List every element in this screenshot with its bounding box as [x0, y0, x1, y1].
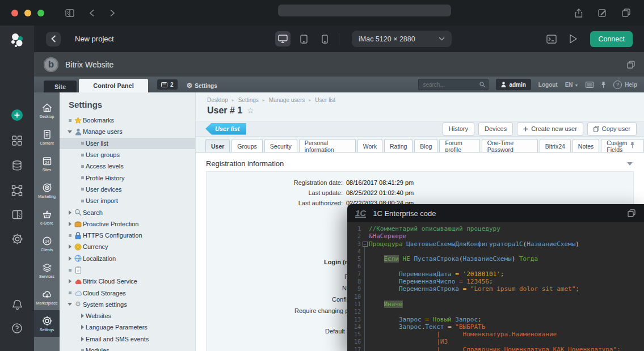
current-user-button[interactable]: admin [496, 79, 531, 90]
tab-work[interactable]: Work [357, 139, 382, 153]
breadcrumb-link[interactable]: User list [315, 97, 335, 103]
address-bar[interactable] [278, 5, 451, 16]
close-button[interactable] [11, 10, 18, 16]
tabs-icon[interactable] [622, 9, 630, 17]
tree-item-unnamed[interactable] [60, 264, 195, 276]
phone-device-button[interactable] [317, 31, 332, 46]
tab-blog[interactable]: Blog [414, 139, 437, 153]
tab-settings-gear-icon[interactable]: ⚙ [617, 141, 623, 149]
sidebar-item-clients[interactable]: 24Clients [34, 230, 60, 257]
tree-item-https-configuration[interactable]: HTTPS Configuration [60, 230, 195, 241]
tree-item-user-import[interactable]: User import [60, 195, 195, 206]
tree-item-language-parameters[interactable]: Language Parameters [60, 322, 195, 333]
tab-pin-icon[interactable] [630, 141, 635, 149]
notifications-badge[interactable]: 2 [157, 79, 178, 90]
create-new-user-button[interactable]: Create new user [517, 122, 583, 136]
tree-item-currency[interactable]: Currency [60, 241, 195, 252]
tree-item-bookmarks[interactable]: Bookmarks [60, 115, 195, 126]
project-back-button[interactable] [46, 32, 61, 46]
tree-item-system-settings[interactable]: ⚙System settings [60, 299, 195, 310]
fold-collapse-icon[interactable]: − [361, 240, 369, 248]
tab-control-panel[interactable]: Control Panel [79, 79, 148, 92]
connect-button[interactable]: Connect [590, 31, 633, 47]
selection-frame-icon[interactable] [11, 185, 23, 196]
admin-search[interactable] [418, 79, 489, 90]
code-editor[interactable]: 1//Комментарий описывающий процедуру2&На… [347, 222, 644, 351]
tree-item-search[interactable]: Search [60, 206, 195, 218]
expand-icon[interactable] [79, 337, 86, 341]
language-select[interactable]: EN ▼ [565, 82, 579, 88]
collapse-icon[interactable] [66, 303, 73, 306]
display-icon[interactable] [586, 82, 594, 88]
onec-titlebar[interactable]: 1С 1C Enterprise code [347, 204, 644, 222]
tree-item-profile-history[interactable]: Profile History [60, 172, 195, 183]
tab-forum-profile[interactable]: Forum profile [439, 139, 479, 153]
tree-item-user-devices[interactable]: User devices [60, 184, 195, 195]
back-icon[interactable] [89, 9, 95, 17]
sidebar-item-services[interactable]: Services [34, 257, 60, 284]
sidebar-item-settings[interactable]: Settings [34, 310, 60, 337]
sidebar-item-sites[interactable]: 24Sites [34, 150, 60, 177]
sidebar-toggle-icon[interactable] [65, 9, 74, 17]
tree-item-user-groups[interactable]: User groups [60, 149, 195, 160]
window-copy-icon[interactable] [627, 61, 635, 69]
expand-icon[interactable] [66, 244, 73, 249]
collapse-icon[interactable] [66, 130, 73, 133]
tablet-device-button[interactable] [296, 31, 312, 46]
sidebar-item-marketplace[interactable]: Marketplace [34, 284, 60, 310]
database-icon[interactable] [11, 160, 23, 171]
breadcrumb-link[interactable]: Desktop [207, 97, 228, 103]
tab-security[interactable]: Security [264, 139, 297, 153]
tree-item-user-list[interactable]: User list [60, 138, 195, 149]
tree-item-proactive-protection[interactable]: Proactive Protection [60, 218, 195, 230]
sidebar-item-desktop[interactable]: Desktop [34, 97, 60, 124]
breadcrumb-link[interactable]: Manage users [269, 97, 305, 103]
tree-item-manage-users[interactable]: Manage users [60, 126, 195, 137]
settings-quick-link[interactable]: ⚙ Settings [187, 82, 217, 90]
pin-icon[interactable] [601, 81, 606, 88]
help-icon[interactable] [11, 323, 23, 334]
logout-link[interactable]: Logout [538, 82, 558, 88]
expand-icon[interactable] [66, 279, 73, 284]
devices-button[interactable]: Devices [478, 122, 513, 136]
expand-icon[interactable] [66, 210, 73, 215]
tree-item-modules[interactable]: Modules [60, 345, 195, 351]
tree-item-websites[interactable]: Websites [60, 310, 195, 322]
copy-user-button[interactable]: Copy user [587, 122, 637, 136]
tab-groups[interactable]: Groups [231, 139, 262, 153]
run-icon[interactable] [569, 34, 578, 44]
tree-item-localization[interactable]: Localization [60, 253, 195, 264]
tree-item-email-and-sms-events[interactable]: Email and SMS events [60, 333, 195, 345]
search-input[interactable] [422, 81, 479, 88]
tree-item-access-levels[interactable]: Access levels [60, 160, 195, 172]
app-logo-icon[interactable] [8, 31, 26, 49]
tab-user[interactable]: User [205, 139, 230, 153]
terminal-icon[interactable] [546, 35, 557, 44]
history-button[interactable]: History [443, 122, 474, 136]
tab-site[interactable]: Site [44, 81, 77, 92]
tab-one-time-password[interactable]: One-Time Password [482, 139, 538, 153]
bell-icon[interactable] [12, 299, 23, 310]
breadcrumb-link[interactable]: Settings [238, 97, 259, 103]
sidebar-item-content[interactable]: Content [34, 124, 60, 150]
tab-personal-information[interactable]: Personal information [299, 139, 356, 153]
minimize-button[interactable] [24, 10, 31, 16]
tree-item-cloud-storages[interactable]: Cloud Storages [60, 287, 195, 298]
forward-icon[interactable] [110, 9, 115, 17]
panel-icon[interactable] [12, 210, 23, 219]
gear-icon[interactable] [11, 233, 23, 245]
expand-icon[interactable] [66, 256, 73, 261]
desktop-device-button[interactable] [275, 31, 291, 46]
tab-notes[interactable]: Notes [573, 139, 599, 153]
compose-icon[interactable] [598, 9, 607, 17]
tab-rating[interactable]: Rating [384, 139, 413, 153]
help-link[interactable]: ? Help [613, 81, 637, 89]
zoom-button[interactable] [37, 10, 44, 16]
blocks-icon[interactable] [11, 135, 23, 146]
copy-code-icon[interactable] [628, 209, 635, 217]
tab-bitrix24[interactable]: Bitrix24 [540, 139, 571, 153]
tree-item-bitrix-cloud-service[interactable]: Bitrix Cloud Service [60, 276, 195, 287]
sidebar-item-marketing[interactable]: Marketing [34, 177, 60, 204]
favorite-star-icon[interactable]: ☆ [247, 106, 254, 115]
expand-icon[interactable] [66, 222, 73, 226]
